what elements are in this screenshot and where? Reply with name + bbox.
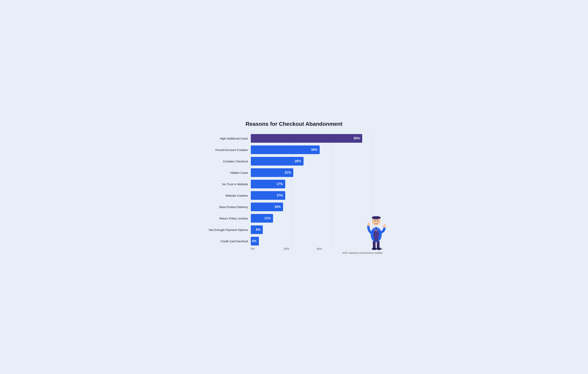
bar-track: 55%	[251, 133, 383, 144]
table-row: Website Crashes17%	[206, 190, 383, 201]
bar-value: 21%	[285, 171, 291, 174]
table-row: Not Enough Payment Options6%	[206, 224, 383, 235]
bar-track: 16%	[251, 201, 383, 213]
bar-value: 16%	[274, 205, 281, 209]
chart-area: High Additional Costs55%Forced Account C…	[206, 133, 383, 250]
svg-point-12	[377, 220, 378, 221]
bar-fill: 11%	[251, 214, 273, 223]
svg-rect-8	[377, 241, 379, 249]
bar-label: Return Policy Unclear	[206, 217, 251, 220]
table-row: Complex Checkout26%	[206, 156, 383, 167]
bar-track: 4%	[251, 235, 383, 247]
svg-point-6	[382, 224, 386, 228]
bar-fill: 21%	[251, 168, 293, 177]
bar-value: 17%	[277, 182, 283, 186]
svg-point-9	[372, 248, 377, 250]
bar-track: 11%	[251, 213, 383, 224]
bar-fill: 34%	[251, 145, 320, 154]
bar-label: Credit Card Declined	[206, 239, 251, 243]
x-tick: 20%	[284, 247, 317, 250]
bar-value: 6%	[256, 228, 261, 231]
bar-fill: 17%	[251, 180, 285, 188]
bar-track: 21%	[251, 167, 383, 178]
table-row: High Additional Costs55%	[206, 133, 383, 144]
bar-track: 34%	[251, 144, 383, 156]
bar-fill: 6%	[251, 225, 263, 234]
bar-label: Slow Product Delivery	[206, 205, 251, 209]
source-label: 2018: baymard.com/checkout-usability	[206, 251, 383, 254]
x-tick: 0%	[251, 247, 284, 250]
bars-container: High Additional Costs55%Forced Account C…	[206, 133, 383, 247]
bar-value: 11%	[264, 217, 271, 220]
table-row: Forced Account Creation34%	[206, 144, 383, 156]
table-row: Credit Card Declined4%	[206, 235, 383, 247]
bar-label: Forced Account Creation	[206, 148, 251, 152]
table-row: Slow Product Delivery16%	[206, 201, 383, 213]
bar-track: 6%	[251, 224, 383, 235]
bar-fill: 17%	[251, 191, 285, 200]
bar-value: 55%	[354, 137, 360, 140]
chart-card: Reasons for Checkout Abandonment High Ad…	[198, 114, 390, 260]
bar-track: 17%	[251, 190, 383, 201]
bar-label: No Trust in Website	[206, 182, 251, 186]
x-tick: 40%	[317, 247, 350, 250]
bar-fill: 16%	[251, 203, 283, 211]
bar-fill: 4%	[251, 237, 259, 245]
table-row: No Trust in Website17%	[206, 178, 383, 190]
bar-fill: 26%	[251, 157, 304, 166]
bar-value: 26%	[295, 159, 301, 163]
bar-value: 34%	[311, 148, 317, 152]
bar-track: 17%	[251, 178, 383, 190]
bar-track: 26%	[251, 156, 383, 167]
svg-point-1	[373, 229, 379, 241]
svg-point-11	[374, 220, 375, 221]
bar-label: High Additional Costs	[206, 137, 251, 140]
bar-label: Not Enough Payment Options	[206, 228, 251, 231]
table-row: Return Policy Unclear11%	[206, 213, 383, 224]
bar-value: 4%	[252, 239, 256, 243]
bar-fill: 55%	[251, 134, 362, 143]
bar-label: Complex Checkout	[206, 160, 251, 163]
bar-value: 17%	[277, 194, 283, 197]
bar-label: Website Crashes	[206, 194, 251, 197]
table-row: Hidden Costs21%	[206, 167, 383, 178]
svg-point-10	[376, 248, 381, 250]
x-axis: 0%20%40%60%	[251, 247, 383, 250]
svg-rect-4	[373, 217, 379, 218]
bar-label: Hidden Costs	[206, 171, 251, 174]
character-illustration	[365, 209, 387, 249]
chart-title: Reasons for Checkout Abandonment	[206, 121, 383, 127]
